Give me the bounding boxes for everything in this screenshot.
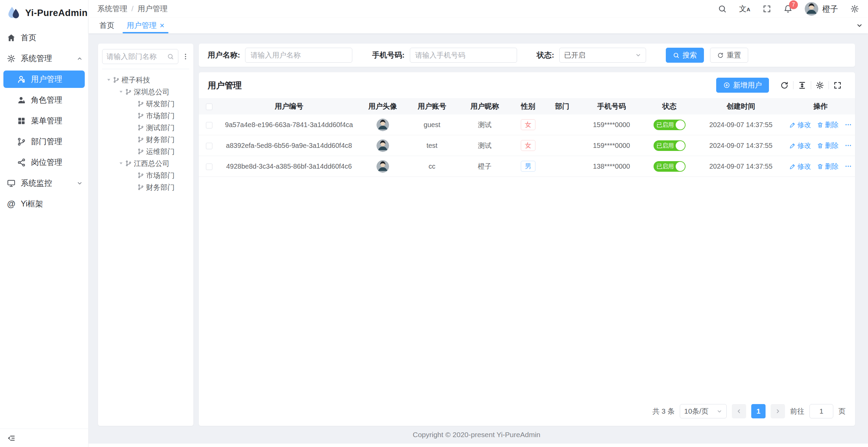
footer: Copyright © 2020-present Yi-PureAdmin [98, 426, 855, 444]
status-filter-label: 状态: [537, 50, 554, 60]
close-tab-icon[interactable]: × [160, 21, 164, 30]
caret-down-icon[interactable] [104, 78, 113, 82]
search-icon[interactable] [718, 4, 727, 13]
page-size-select[interactable]: 10条/页 [680, 404, 727, 418]
status-toggle[interactable]: 已启用 [654, 140, 686, 151]
tree-node[interactable]: 市场部门 [102, 110, 189, 122]
status-toggle[interactable]: 已启用 [654, 120, 686, 130]
refresh-icon [717, 52, 724, 59]
department-search-input[interactable]: 请输入部门名称 [102, 49, 178, 64]
delete-button[interactable]: 删除 [817, 141, 839, 150]
prev-page-button[interactable] [732, 404, 746, 418]
refresh-icon[interactable] [780, 81, 789, 90]
search-button[interactable]: 搜索 [666, 48, 704, 63]
edit-button[interactable]: 修改 [789, 141, 811, 150]
goto-page-input[interactable]: 1 [809, 404, 833, 418]
fullscreen-icon[interactable] [762, 4, 771, 13]
select-all-checkbox[interactable] [206, 104, 212, 110]
row-checkbox[interactable] [206, 164, 212, 170]
more-actions-icon[interactable] [845, 142, 852, 149]
plus-circle-icon [723, 82, 730, 89]
page-unit: 页 [838, 406, 846, 416]
status-toggle[interactable]: 已启用 [654, 161, 686, 172]
sidebar-item-departments[interactable]: 部门管理 [0, 131, 88, 152]
gender-tag: 男 [521, 161, 535, 172]
phone-filter-input[interactable]: 请输入手机号码 [410, 48, 517, 63]
add-user-button[interactable]: 新增用户 [716, 78, 769, 93]
tree-node[interactable]: 研发部门 [102, 98, 189, 110]
sidebar-menu: 首页 系统管理 用户管理 角色管理 菜单管理 部门管理 [0, 26, 88, 429]
tree-node[interactable]: 深圳总公司 [102, 86, 189, 98]
delete-button[interactable]: 删除 [817, 162, 839, 171]
water-drop-icon [7, 6, 21, 20]
edit-button[interactable]: 修改 [789, 162, 811, 171]
current-page-button[interactable]: 1 [751, 404, 766, 418]
caret-spacer [129, 113, 138, 118]
name-filter-input[interactable]: 请输入用户名称 [245, 48, 352, 63]
phone-filter-label: 手机号码: [372, 50, 404, 60]
more-actions-icon[interactable] [845, 121, 852, 128]
topbar-actions: 文A 7 橙子 [718, 2, 859, 16]
gear-icon[interactable] [850, 4, 859, 13]
user-nickname: 测试 [457, 141, 512, 150]
table-fullscreen-icon[interactable] [833, 81, 842, 90]
created-time: 2024-09-07 14:37:55 [696, 121, 786, 129]
sidebar-item-menus[interactable]: 菜单管理 [0, 110, 88, 131]
tab-overflow-button[interactable] [851, 18, 868, 33]
tab-home[interactable]: 首页 [93, 18, 120, 33]
sidebar-item-home[interactable]: 首页 [0, 27, 88, 48]
created-time: 2024-09-07 14:37:55 [696, 142, 786, 150]
row-checkbox[interactable] [206, 143, 212, 149]
row-density-icon[interactable] [798, 81, 806, 90]
tree-node[interactable]: 财务部门 [102, 134, 189, 145]
tree-node[interactable]: 江西总公司 [102, 157, 189, 169]
status-filter-select[interactable]: 已开启 [559, 48, 646, 63]
kebab-menu-icon[interactable] [182, 52, 189, 61]
sidebar-item-yi-framework[interactable]: @ Yi框架 [0, 194, 88, 214]
tree-node-label: 江西总公司 [134, 159, 170, 168]
caret-spacer [129, 137, 138, 142]
sidebar-item-posts[interactable]: 岗位管理 [0, 152, 88, 173]
chevron-down-icon [635, 52, 641, 58]
caret-down-icon[interactable] [116, 90, 125, 94]
notifications-button[interactable]: 7 [784, 4, 792, 13]
sidebar-item-roles[interactable]: 角色管理 [0, 90, 88, 110]
reset-button[interactable]: 重置 [710, 48, 748, 63]
user-avatar[interactable] [376, 119, 389, 131]
tree-node[interactable]: 运维部门 [102, 145, 189, 157]
delete-button[interactable]: 删除 [817, 120, 839, 129]
edit-button[interactable]: 修改 [789, 120, 811, 129]
tab-users[interactable]: 用户管理 × [120, 18, 171, 33]
breadcrumb-item[interactable]: 系统管理 [97, 4, 127, 14]
logo[interactable]: Yi-PureAdmin [0, 0, 88, 26]
sidebar-item-users[interactable]: 用户管理 [3, 71, 85, 88]
monitor-icon [7, 179, 16, 188]
more-actions-icon[interactable] [845, 163, 852, 170]
share-nodes-icon [17, 158, 26, 167]
tree-node[interactable]: 市场部门 [102, 169, 189, 181]
pencil-icon [789, 163, 796, 170]
user-table-card: 用户管理 新增用户 [199, 72, 855, 426]
tree-node[interactable]: 测试部门 [102, 122, 189, 134]
column-settings-icon[interactable] [816, 81, 824, 90]
branch-icon [138, 184, 145, 191]
user-menu[interactable]: 橙子 [805, 2, 838, 16]
sidebar: Yi-PureAdmin 首页 系统管理 用户管理 角色管理 菜 [0, 0, 89, 447]
translate-icon[interactable]: 文A [739, 4, 750, 14]
branch-icon [138, 101, 145, 107]
caret-down-icon[interactable] [116, 161, 125, 166]
total-count: 共 3 条 [653, 406, 675, 416]
chevron-up-icon [77, 56, 83, 62]
user-avatar[interactable] [376, 139, 389, 152]
sidebar-item-monitor[interactable]: 系统监控 [0, 173, 88, 194]
chevron-down-icon [77, 180, 83, 186]
row-checkbox[interactable] [206, 122, 212, 128]
tree-node[interactable]: 财务部门 [102, 181, 189, 193]
collapse-sidebar-icon[interactable] [7, 434, 16, 442]
user-avatar[interactable] [376, 160, 389, 173]
dept-tree: 橙子科技 深圳总公司 研发部门 市场部门 测试部门 财务部门 运维部门 江西总公… [102, 69, 189, 193]
next-page-button[interactable] [771, 404, 785, 418]
sidebar-item-system[interactable]: 系统管理 [0, 48, 88, 69]
pencil-icon [789, 142, 796, 149]
tree-node[interactable]: 橙子科技 [102, 74, 189, 86]
